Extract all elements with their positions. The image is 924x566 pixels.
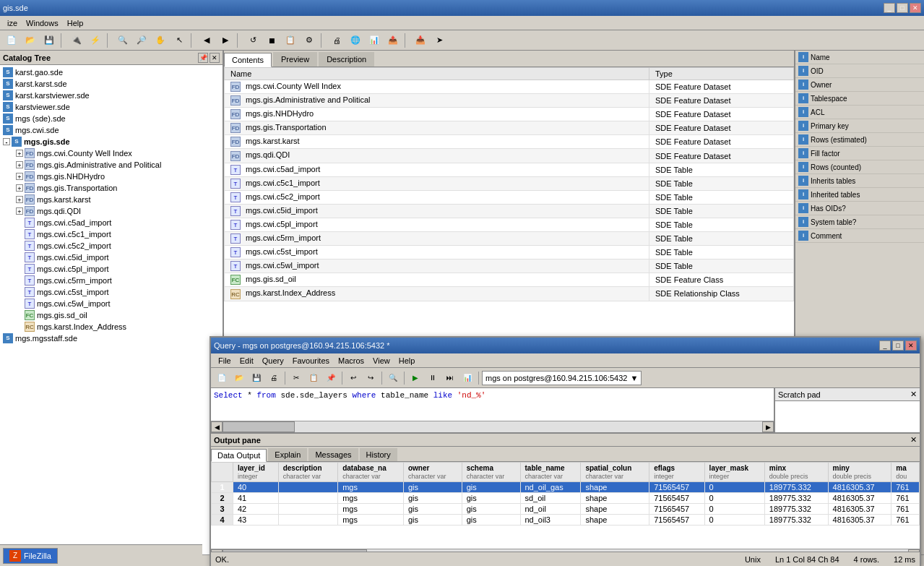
qmenu-edit[interactable]: Edit <box>236 355 258 366</box>
q-explain-btn[interactable]: 📊 <box>459 371 475 385</box>
output-close-btn[interactable]: ✕ <box>910 435 917 445</box>
tree-item-mgs-gis[interactable]: - S mgs.gis.sde <box>1 136 221 147</box>
expand-icon[interactable]: + <box>16 161 23 168</box>
content-table-row[interactable]: T mgs.cwi.c5ad_import SDE Table <box>225 163 794 176</box>
content-table-row[interactable]: T mgs.cwi.c5wl_import SDE Table <box>225 260 794 273</box>
collapse-icon[interactable]: - <box>3 138 10 145</box>
tree-item-c5pl[interactable]: T mgs.cwi.c5pl_import <box>1 263 221 275</box>
metadata-btn[interactable]: 📋 <box>282 33 299 48</box>
menu-windows[interactable]: Windows <box>22 17 63 29</box>
stop-btn[interactable]: ⏹ <box>263 33 280 48</box>
tab-preview[interactable]: Preview <box>273 52 317 67</box>
q-undo-btn[interactable]: ↩ <box>345 371 361 385</box>
qmenu-query[interactable]: Query <box>258 355 288 366</box>
content-table-row[interactable]: RC mgs.karst.Index_Address SDE Relations… <box>225 287 794 301</box>
output-table-row[interactable]: 4 43 mgs gis gis nd_oil3 shape 71565457 … <box>212 515 920 526</box>
export-btn[interactable]: 📤 <box>384 33 402 48</box>
zoom-out-btn[interactable]: 🔎 <box>133 33 150 48</box>
sidebar-prop-item[interactable]: i Inherited tables <box>795 188 924 202</box>
expand-icon[interactable]: + <box>16 150 23 157</box>
tree-item-gis-nhd[interactable]: + FD mgs.gis.NHDHydro <box>1 171 221 182</box>
scratch-pad-body[interactable] <box>775 401 920 432</box>
expand-icon[interactable]: + <box>16 184 23 192</box>
q-redo-btn[interactable]: ↪ <box>363 371 379 385</box>
content-table-row[interactable]: T mgs.cwi.c5rm_import SDE Table <box>225 232 794 246</box>
sidebar-prop-item[interactable]: i Has OIDs? <box>795 202 924 215</box>
select-btn[interactable]: ↖ <box>170 33 188 48</box>
arrow-btn[interactable]: ➤ <box>431 33 448 48</box>
forward-btn[interactable]: ▶ <box>217 33 234 48</box>
output-tab-messages[interactable]: Messages <box>308 448 358 461</box>
content-table-row[interactable]: FD mgs.karst.karst SDE Feature Dataset <box>225 135 794 149</box>
tree-item-karst-karstviewer[interactable]: S karst.karstviewer.sde <box>1 90 221 101</box>
disconnect-btn[interactable]: ⚡ <box>87 33 104 48</box>
sidebar-prop-item[interactable]: i Name <box>795 51 924 64</box>
content-table-row[interactable]: T mgs.cwi.c5pl_import SDE Table <box>225 218 794 231</box>
restore-btn[interactable]: □ <box>897 3 908 13</box>
sidebar-prop-item[interactable]: i ACL <box>795 106 924 119</box>
expand-icon[interactable]: + <box>16 173 23 180</box>
output-tab-explain[interactable]: Explain <box>268 448 307 461</box>
q-open-btn[interactable]: 📂 <box>231 371 247 385</box>
qmenu-macros[interactable]: Macros <box>334 355 368 366</box>
q-cut-btn[interactable]: ✂ <box>288 371 304 385</box>
sidebar-prop-item[interactable]: i OID <box>795 64 924 78</box>
q-search-btn[interactable]: 🔍 <box>385 371 401 385</box>
tree-item-c5st[interactable]: T mgs.cwi.c5st_import <box>1 286 221 298</box>
dropdown-arrow[interactable]: ▼ <box>630 374 638 382</box>
tree-item-karst-karst[interactable]: S karst.karst.sde <box>1 78 221 90</box>
tree-item-c5ad[interactable]: T mgs.cwi.c5ad_import <box>1 217 221 228</box>
sidebar-prop-item[interactable]: i Owner <box>795 78 924 92</box>
tree-item-mgsstaff[interactable]: S mgs.mgsstaff.sde <box>1 333 221 344</box>
panel-pin-btn[interactable]: 📌 <box>198 53 208 63</box>
tree-item-index-address[interactable]: RC mgs.karst.Index_Address <box>1 321 221 333</box>
open-btn[interactable]: 📂 <box>22 33 39 48</box>
expand-icon[interactable]: + <box>16 196 23 203</box>
sidebar-prop-item[interactable]: i Comment <box>795 229 924 243</box>
expand-icon[interactable]: + <box>16 207 23 215</box>
sidebar-prop-item[interactable]: i Rows (counted) <box>795 160 924 174</box>
tree-item-gis-trans[interactable]: + FD mgs.gis.Transportation <box>1 182 221 194</box>
query-editor-text[interactable]: Select * from sde.sde_layers where table… <box>211 388 774 421</box>
qmenu-file[interactable]: File <box>214 355 236 366</box>
tree-item-karstviewer[interactable]: S karstviewer.sde <box>1 101 221 113</box>
tree-item-mgs-sde[interactable]: S mgs (sde).sde <box>1 113 221 124</box>
scroll-left[interactable]: ◀ <box>211 421 223 432</box>
q-stop-btn[interactable]: ⏸ <box>425 371 441 385</box>
new-btn[interactable]: 📄 <box>3 33 20 48</box>
tree-item-karst-karst2[interactable]: + FD mgs.karst.karst <box>1 194 221 205</box>
pan-btn[interactable]: ✋ <box>152 33 169 48</box>
scroll-right[interactable]: ▶ <box>762 421 774 432</box>
content-table-row[interactable]: FD mgs.qdi.QDI SDE Feature Dataset <box>225 149 794 163</box>
connect-btn[interactable]: 🔌 <box>68 33 85 48</box>
tree-item-c5id[interactable]: T mgs.cwi.c5id_import <box>1 252 221 263</box>
output-table-row[interactable]: 2 41 mgs gis gis sd_oil shape 71565457 0… <box>212 493 920 504</box>
sidebar-prop-item[interactable]: i System table? <box>795 215 924 229</box>
scroll-thumb[interactable] <box>223 421 295 432</box>
content-table-row[interactable]: FD mgs.gis.Transportation SDE Feature Da… <box>225 121 794 135</box>
tree-item-c5c1[interactable]: T mgs.cwi.c5c1_import <box>1 228 221 240</box>
content-table-row[interactable]: FD mgs.gis.Administrative and Political … <box>225 94 794 108</box>
close-btn[interactable]: ✕ <box>910 3 921 13</box>
tree-item-mgs-cwi[interactable]: S mgs.cwi.sde <box>1 124 221 136</box>
tree-item-sd-oil[interactable]: FC mgs.gis.sd_oil <box>1 309 221 321</box>
extra-btn[interactable]: 📥 <box>412 33 429 48</box>
tree-item-qdi[interactable]: + FD mgs.qdi.QDI <box>1 205 221 217</box>
output-table-row[interactable]: 3 42 mgs gis gis nd_oil shape 71565457 0… <box>212 504 920 515</box>
content-table-row[interactable]: FD mgs.gis.NHDHydro SDE Feature Dataset <box>225 108 794 121</box>
tree-item-cwi-wellindex[interactable]: + FD mgs.cwi.County Well Index <box>1 147 221 159</box>
back-btn[interactable]: ◀ <box>198 33 215 48</box>
menu-ize[interactable]: ize <box>3 17 22 29</box>
minimize-btn[interactable]: _ <box>884 3 895 13</box>
filezilla-taskitem[interactable]: Z FileZilla <box>3 548 58 564</box>
output-tab-history[interactable]: History <box>360 448 397 461</box>
sidebar-prop-item[interactable]: i Fill factor <box>795 147 924 160</box>
panel-close-btn[interactable]: ✕ <box>210 53 220 63</box>
sidebar-prop-item[interactable]: i Primary key <box>795 119 924 133</box>
tab-description[interactable]: Description <box>319 52 374 67</box>
content-table-row[interactable]: FC mgs.gis.sd_oil SDE Feature Class <box>225 273 794 287</box>
output-tab-data[interactable]: Data Output <box>211 449 267 462</box>
q-save-btn[interactable]: 💾 <box>249 371 264 385</box>
query-restore-btn[interactable]: □ <box>892 340 904 351</box>
q-new-btn[interactable]: 📄 <box>214 371 230 385</box>
